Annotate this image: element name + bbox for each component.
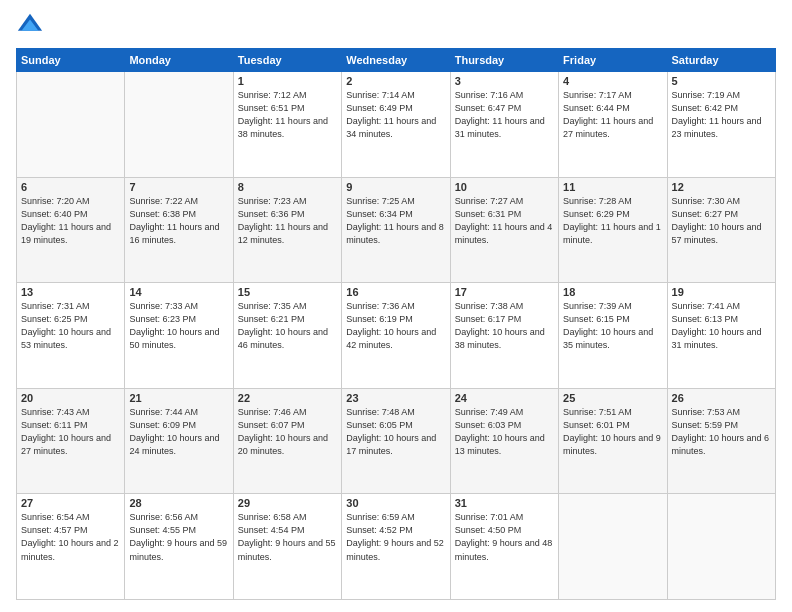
day-number: 2 <box>346 75 445 87</box>
calendar-cell: 3Sunrise: 7:16 AM Sunset: 6:47 PM Daylig… <box>450 72 558 178</box>
weekday-header-cell: Tuesday <box>233 49 341 72</box>
day-number: 14 <box>129 286 228 298</box>
calendar-cell: 12Sunrise: 7:30 AM Sunset: 6:27 PM Dayli… <box>667 177 775 283</box>
day-number: 10 <box>455 181 554 193</box>
calendar-cell: 30Sunrise: 6:59 AM Sunset: 4:52 PM Dayli… <box>342 494 450 600</box>
calendar-body: 1Sunrise: 7:12 AM Sunset: 6:51 PM Daylig… <box>17 72 776 600</box>
calendar-cell: 5Sunrise: 7:19 AM Sunset: 6:42 PM Daylig… <box>667 72 775 178</box>
day-number: 28 <box>129 497 228 509</box>
day-info: Sunrise: 7:36 AM Sunset: 6:19 PM Dayligh… <box>346 300 445 352</box>
calendar-cell: 24Sunrise: 7:49 AM Sunset: 6:03 PM Dayli… <box>450 388 558 494</box>
day-number: 22 <box>238 392 337 404</box>
day-number: 4 <box>563 75 662 87</box>
day-number: 8 <box>238 181 337 193</box>
day-info: Sunrise: 7:48 AM Sunset: 6:05 PM Dayligh… <box>346 406 445 458</box>
calendar-cell: 9Sunrise: 7:25 AM Sunset: 6:34 PM Daylig… <box>342 177 450 283</box>
weekday-header-cell: Friday <box>559 49 667 72</box>
calendar-cell: 7Sunrise: 7:22 AM Sunset: 6:38 PM Daylig… <box>125 177 233 283</box>
page: SundayMondayTuesdayWednesdayThursdayFrid… <box>0 0 792 612</box>
weekday-header-cell: Saturday <box>667 49 775 72</box>
calendar-cell: 25Sunrise: 7:51 AM Sunset: 6:01 PM Dayli… <box>559 388 667 494</box>
day-number: 3 <box>455 75 554 87</box>
day-info: Sunrise: 7:25 AM Sunset: 6:34 PM Dayligh… <box>346 195 445 247</box>
day-info: Sunrise: 7:27 AM Sunset: 6:31 PM Dayligh… <box>455 195 554 247</box>
logo <box>16 12 48 40</box>
calendar-cell: 21Sunrise: 7:44 AM Sunset: 6:09 PM Dayli… <box>125 388 233 494</box>
day-info: Sunrise: 7:28 AM Sunset: 6:29 PM Dayligh… <box>563 195 662 247</box>
calendar-cell: 11Sunrise: 7:28 AM Sunset: 6:29 PM Dayli… <box>559 177 667 283</box>
calendar-week-row: 6Sunrise: 7:20 AM Sunset: 6:40 PM Daylig… <box>17 177 776 283</box>
day-info: Sunrise: 7:30 AM Sunset: 6:27 PM Dayligh… <box>672 195 771 247</box>
calendar-cell: 8Sunrise: 7:23 AM Sunset: 6:36 PM Daylig… <box>233 177 341 283</box>
day-number: 23 <box>346 392 445 404</box>
calendar-cell: 17Sunrise: 7:38 AM Sunset: 6:17 PM Dayli… <box>450 283 558 389</box>
weekday-header-cell: Monday <box>125 49 233 72</box>
day-number: 31 <box>455 497 554 509</box>
calendar-week-row: 1Sunrise: 7:12 AM Sunset: 6:51 PM Daylig… <box>17 72 776 178</box>
day-info: Sunrise: 7:01 AM Sunset: 4:50 PM Dayligh… <box>455 511 554 563</box>
day-number: 1 <box>238 75 337 87</box>
day-number: 11 <box>563 181 662 193</box>
calendar-week-row: 13Sunrise: 7:31 AM Sunset: 6:25 PM Dayli… <box>17 283 776 389</box>
weekday-header-cell: Wednesday <box>342 49 450 72</box>
day-number: 27 <box>21 497 120 509</box>
day-info: Sunrise: 7:17 AM Sunset: 6:44 PM Dayligh… <box>563 89 662 141</box>
day-number: 25 <box>563 392 662 404</box>
day-number: 9 <box>346 181 445 193</box>
day-info: Sunrise: 7:41 AM Sunset: 6:13 PM Dayligh… <box>672 300 771 352</box>
calendar-cell: 1Sunrise: 7:12 AM Sunset: 6:51 PM Daylig… <box>233 72 341 178</box>
calendar-cell: 18Sunrise: 7:39 AM Sunset: 6:15 PM Dayli… <box>559 283 667 389</box>
day-info: Sunrise: 7:44 AM Sunset: 6:09 PM Dayligh… <box>129 406 228 458</box>
calendar-cell: 19Sunrise: 7:41 AM Sunset: 6:13 PM Dayli… <box>667 283 775 389</box>
day-number: 12 <box>672 181 771 193</box>
day-info: Sunrise: 7:19 AM Sunset: 6:42 PM Dayligh… <box>672 89 771 141</box>
day-number: 29 <box>238 497 337 509</box>
day-info: Sunrise: 7:49 AM Sunset: 6:03 PM Dayligh… <box>455 406 554 458</box>
day-info: Sunrise: 7:23 AM Sunset: 6:36 PM Dayligh… <box>238 195 337 247</box>
day-number: 30 <box>346 497 445 509</box>
calendar-week-row: 27Sunrise: 6:54 AM Sunset: 4:57 PM Dayli… <box>17 494 776 600</box>
day-number: 16 <box>346 286 445 298</box>
day-info: Sunrise: 6:56 AM Sunset: 4:55 PM Dayligh… <box>129 511 228 563</box>
day-number: 17 <box>455 286 554 298</box>
calendar-cell: 27Sunrise: 6:54 AM Sunset: 4:57 PM Dayli… <box>17 494 125 600</box>
calendar-cell <box>559 494 667 600</box>
day-number: 21 <box>129 392 228 404</box>
day-info: Sunrise: 7:31 AM Sunset: 6:25 PM Dayligh… <box>21 300 120 352</box>
calendar: SundayMondayTuesdayWednesdayThursdayFrid… <box>16 48 776 600</box>
day-info: Sunrise: 6:58 AM Sunset: 4:54 PM Dayligh… <box>238 511 337 563</box>
day-info: Sunrise: 7:43 AM Sunset: 6:11 PM Dayligh… <box>21 406 120 458</box>
calendar-cell: 10Sunrise: 7:27 AM Sunset: 6:31 PM Dayli… <box>450 177 558 283</box>
day-number: 26 <box>672 392 771 404</box>
calendar-cell: 26Sunrise: 7:53 AM Sunset: 5:59 PM Dayli… <box>667 388 775 494</box>
calendar-cell <box>667 494 775 600</box>
day-number: 5 <box>672 75 771 87</box>
calendar-cell <box>125 72 233 178</box>
day-info: Sunrise: 7:46 AM Sunset: 6:07 PM Dayligh… <box>238 406 337 458</box>
calendar-cell: 2Sunrise: 7:14 AM Sunset: 6:49 PM Daylig… <box>342 72 450 178</box>
calendar-week-row: 20Sunrise: 7:43 AM Sunset: 6:11 PM Dayli… <box>17 388 776 494</box>
calendar-cell: 13Sunrise: 7:31 AM Sunset: 6:25 PM Dayli… <box>17 283 125 389</box>
day-info: Sunrise: 7:14 AM Sunset: 6:49 PM Dayligh… <box>346 89 445 141</box>
calendar-cell: 4Sunrise: 7:17 AM Sunset: 6:44 PM Daylig… <box>559 72 667 178</box>
calendar-cell: 14Sunrise: 7:33 AM Sunset: 6:23 PM Dayli… <box>125 283 233 389</box>
calendar-cell: 15Sunrise: 7:35 AM Sunset: 6:21 PM Dayli… <box>233 283 341 389</box>
day-number: 20 <box>21 392 120 404</box>
day-info: Sunrise: 7:51 AM Sunset: 6:01 PM Dayligh… <box>563 406 662 458</box>
day-info: Sunrise: 7:22 AM Sunset: 6:38 PM Dayligh… <box>129 195 228 247</box>
weekday-header-row: SundayMondayTuesdayWednesdayThursdayFrid… <box>17 49 776 72</box>
logo-icon <box>16 12 44 40</box>
day-info: Sunrise: 7:16 AM Sunset: 6:47 PM Dayligh… <box>455 89 554 141</box>
calendar-cell: 22Sunrise: 7:46 AM Sunset: 6:07 PM Dayli… <box>233 388 341 494</box>
calendar-cell: 23Sunrise: 7:48 AM Sunset: 6:05 PM Dayli… <box>342 388 450 494</box>
day-info: Sunrise: 7:53 AM Sunset: 5:59 PM Dayligh… <box>672 406 771 458</box>
calendar-cell: 28Sunrise: 6:56 AM Sunset: 4:55 PM Dayli… <box>125 494 233 600</box>
header <box>16 12 776 40</box>
calendar-cell <box>17 72 125 178</box>
day-number: 24 <box>455 392 554 404</box>
day-number: 6 <box>21 181 120 193</box>
day-info: Sunrise: 6:59 AM Sunset: 4:52 PM Dayligh… <box>346 511 445 563</box>
day-info: Sunrise: 7:33 AM Sunset: 6:23 PM Dayligh… <box>129 300 228 352</box>
day-info: Sunrise: 7:20 AM Sunset: 6:40 PM Dayligh… <box>21 195 120 247</box>
day-number: 7 <box>129 181 228 193</box>
